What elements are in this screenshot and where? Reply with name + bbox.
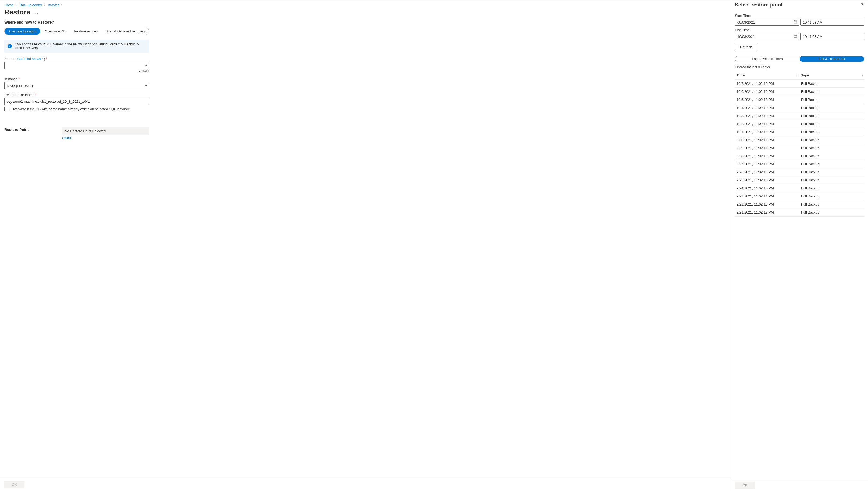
table-row[interactable]: 9/28/2021, 11:02:10 PMFull Backup	[735, 152, 864, 160]
breadcrumb: Home 〉 Backup center 〉 master 〉	[4, 1, 727, 7]
cell-time: 9/21/2021, 11:02:12 PM	[735, 208, 800, 216]
required-icon: *	[46, 57, 47, 61]
restore-type-pills: Logs (Point in Time) Full & Differential	[735, 56, 864, 62]
cell-time: 10/2/2021, 11:02:11 PM	[735, 120, 800, 128]
table-row[interactable]: 9/23/2021, 11:02:11 PMFull Backup	[735, 192, 864, 200]
sort-icon: ↑↓	[797, 74, 798, 77]
end-date-input[interactable]	[735, 33, 799, 40]
table-row[interactable]: 10/2/2021, 11:02:11 PMFull Backup	[735, 120, 864, 128]
cell-time: 10/7/2021, 11:02:10 PM	[735, 80, 800, 88]
col-time-header[interactable]: Time↑↓	[735, 71, 800, 80]
cell-time: 9/27/2021, 11:02:11 PM	[735, 160, 800, 168]
cell-type: Full Backup	[800, 120, 864, 128]
pill-full-diff[interactable]: Full & Differential	[800, 56, 864, 62]
info-banner-text: If you don't see your SQL Server in the …	[15, 42, 146, 50]
sort-icon: ↑↓	[861, 74, 863, 77]
restored-name-input[interactable]	[4, 98, 149, 105]
restore-mode-pills: Alternate Location Overwrite DB Restore …	[4, 28, 149, 35]
cell-time: 9/28/2021, 11:02:10 PM	[735, 152, 800, 160]
table-row[interactable]: 9/26/2021, 11:02:10 PMFull Backup	[735, 168, 864, 176]
restore-point-select-link[interactable]: Select	[62, 136, 71, 140]
table-row[interactable]: 10/6/2021, 11:02:10 PMFull Backup	[735, 88, 864, 96]
close-icon[interactable]: ✕	[860, 2, 864, 7]
table-row[interactable]: 9/24/2021, 11:02:10 PMFull Backup	[735, 184, 864, 192]
ok-button-main[interactable]: OK	[4, 481, 24, 488]
table-row[interactable]: 9/30/2021, 11:02:11 PMFull Backup	[735, 136, 864, 144]
cell-type: Full Backup	[800, 96, 864, 104]
table-row[interactable]: 10/1/2021, 11:02:10 PMFull Backup	[735, 128, 864, 136]
table-row[interactable]: 9/21/2021, 11:02:12 PMFull Backup	[735, 208, 864, 216]
required-icon: *	[18, 77, 20, 81]
table-row[interactable]: 9/22/2021, 11:02:10 PMFull Backup	[735, 200, 864, 208]
breadcrumb-master[interactable]: master	[48, 3, 59, 7]
cell-type: Full Backup	[800, 152, 864, 160]
cell-type: Full Backup	[800, 192, 864, 200]
instance-label: Instance	[4, 77, 18, 81]
table-row[interactable]: 10/4/2021, 11:02:10 PMFull Backup	[735, 104, 864, 112]
pill-overwrite-db[interactable]: Overwrite DB	[40, 28, 70, 35]
cell-type: Full Backup	[800, 184, 864, 192]
start-date-input[interactable]	[735, 19, 799, 26]
table-row[interactable]: 10/3/2021, 11:02:10 PMFull Backup	[735, 112, 864, 120]
filter-note: Filtered for last 30 days	[735, 65, 864, 69]
cell-type: Full Backup	[800, 88, 864, 96]
chevron-right-icon: 〉	[61, 3, 64, 7]
cell-time: 10/6/2021, 11:02:10 PM	[735, 88, 800, 96]
server-help-open: (	[15, 57, 17, 61]
cell-time: 9/23/2021, 11:02:11 PM	[735, 192, 800, 200]
cell-type: Full Backup	[800, 176, 864, 184]
restore-point-table: Time↑↓ Type↑↓ 10/7/2021, 11:02:10 PMFull…	[735, 71, 864, 216]
table-row[interactable]: 9/29/2021, 11:02:11 PMFull Backup	[735, 144, 864, 152]
chevron-right-icon: 〉	[15, 3, 18, 7]
table-row[interactable]: 10/7/2021, 11:02:10 PMFull Backup	[735, 80, 864, 88]
instance-select[interactable]: MSSQLSERVER	[4, 82, 149, 89]
ok-button-blade[interactable]: OK	[735, 482, 755, 489]
cell-type: Full Backup	[800, 168, 864, 176]
required-icon: *	[35, 93, 37, 97]
pill-restore-as-files[interactable]: Restore as files	[70, 28, 102, 35]
cell-type: Full Backup	[800, 208, 864, 216]
blade-title: Select restore point	[735, 2, 782, 8]
chevron-right-icon: 〉	[44, 3, 47, 7]
refresh-button[interactable]: Refresh	[735, 44, 757, 51]
cell-type: Full Backup	[800, 128, 864, 136]
breadcrumb-home[interactable]: Home	[4, 3, 14, 7]
more-icon[interactable]: ···	[33, 11, 39, 16]
cell-time: 10/3/2021, 11:02:10 PM	[735, 112, 800, 120]
table-row[interactable]: 9/27/2021, 11:02:11 PMFull Backup	[735, 160, 864, 168]
end-time-label: End Time	[735, 28, 864, 32]
pill-snapshot-recovery[interactable]: Snapshot-based recovery	[102, 28, 149, 35]
server-label: Server	[4, 57, 15, 61]
end-time-input[interactable]	[800, 33, 864, 40]
cell-time: 10/4/2021, 11:02:10 PM	[735, 104, 800, 112]
page-title: Restore	[4, 8, 30, 17]
cell-time: 10/5/2021, 11:02:10 PM	[735, 96, 800, 104]
table-row[interactable]: 10/5/2021, 11:02:10 PMFull Backup	[735, 96, 864, 104]
cell-time: 9/25/2021, 11:02:10 PM	[735, 176, 800, 184]
breadcrumb-backup-center[interactable]: Backup center	[20, 3, 42, 7]
info-banner: i If you don't see your SQL Server in th…	[4, 40, 149, 53]
table-row[interactable]: 9/25/2021, 11:02:10 PMFull Backup	[735, 176, 864, 184]
start-time-input[interactable]	[800, 19, 864, 26]
cell-time: 9/24/2021, 11:02:10 PM	[735, 184, 800, 192]
cell-type: Full Backup	[800, 136, 864, 144]
cell-type: Full Backup	[800, 112, 864, 120]
server-help-link[interactable]: Can't find Server?	[18, 57, 43, 61]
server-help-close: )	[44, 57, 45, 61]
section-heading-where: Where and how to Restore?	[4, 20, 727, 24]
server-hint: azdrill1	[4, 69, 149, 73]
restored-name-label: Restored DB Name	[4, 93, 35, 97]
cell-type: Full Backup	[800, 200, 864, 208]
cell-type: Full Backup	[800, 104, 864, 112]
pill-alternate-location[interactable]: Alternate Location	[5, 28, 40, 35]
col-type-header[interactable]: Type↑↓	[800, 71, 864, 80]
overwrite-label: Overwrite if the DB with same name alrea…	[11, 107, 130, 111]
cell-type: Full Backup	[800, 160, 864, 168]
info-icon: i	[7, 44, 12, 48]
cell-time: 9/30/2021, 11:02:11 PM	[735, 136, 800, 144]
cell-type: Full Backup	[800, 144, 864, 152]
server-select[interactable]	[4, 62, 149, 69]
pill-logs-pit[interactable]: Logs (Point in Time)	[735, 56, 800, 62]
start-time-label: Start Time	[735, 14, 864, 18]
overwrite-checkbox[interactable]	[4, 107, 9, 111]
